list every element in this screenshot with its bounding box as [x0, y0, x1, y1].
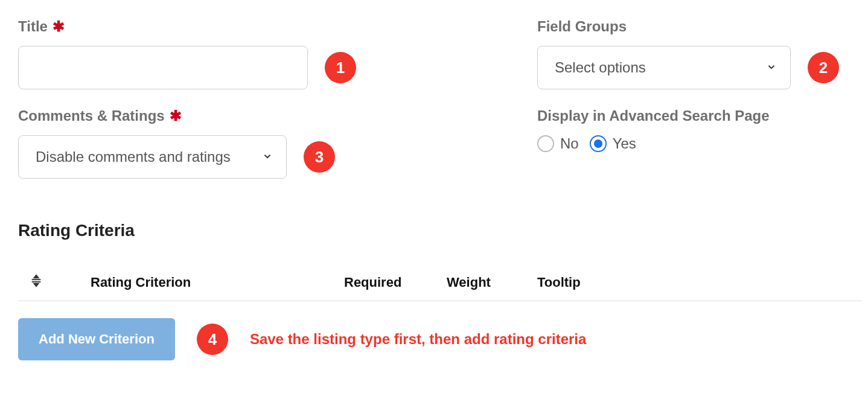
radio-icon	[537, 135, 554, 152]
annotation-badge-4: 4	[197, 324, 228, 355]
title-field-group: Title ✱ 1	[18, 18, 356, 89]
display-search-field-group: Display in Advanced Search Page No Yes	[537, 107, 839, 179]
field-groups-label-text: Field Groups	[537, 18, 627, 35]
display-search-label: Display in Advanced Search Page	[537, 107, 839, 124]
field-groups-field-group: Field Groups Select options 2	[537, 18, 839, 89]
comments-ratings-label: Comments & Ratings ✱	[18, 107, 356, 124]
rating-criteria-table-header: Rating Criterion Required Weight Tooltip	[18, 264, 862, 301]
field-groups-select[interactable]: Select options	[537, 46, 791, 89]
sort-column-header	[18, 274, 54, 291]
field-groups-label: Field Groups	[537, 18, 839, 35]
comments-ratings-field-group: Comments & Ratings ✱ Disable comments an…	[18, 107, 356, 179]
comments-ratings-selected: Disable comments and ratings	[36, 148, 231, 165]
chevron-down-icon	[262, 148, 273, 165]
rating-help-text: Save the listing type first, then add ra…	[250, 331, 586, 348]
display-search-radio-yes[interactable]: Yes	[590, 135, 636, 152]
svg-marker-3	[34, 284, 38, 287]
comments-ratings-select[interactable]: Disable comments and ratings	[18, 135, 287, 179]
annotation-badge-2: 2	[808, 52, 839, 83]
column-header-weight: Weight	[447, 275, 501, 290]
radio-label-no: No	[560, 135, 579, 152]
add-new-criterion-button[interactable]: Add New Criterion	[18, 318, 175, 360]
radio-checked-icon	[590, 135, 607, 152]
sort-icon	[30, 274, 43, 291]
title-input[interactable]	[18, 46, 308, 89]
svg-marker-0	[34, 275, 38, 278]
comments-ratings-label-text: Comments & Ratings	[18, 107, 165, 124]
display-search-label-text: Display in Advanced Search Page	[537, 107, 770, 124]
required-icon: ✱	[53, 19, 65, 34]
title-label: Title ✱	[18, 18, 356, 35]
column-header-required: Required	[344, 275, 410, 290]
display-search-radio-no[interactable]: No	[537, 135, 579, 152]
column-header-tooltip: Tooltip	[537, 275, 598, 290]
required-icon: ✱	[170, 109, 182, 123]
title-label-text: Title	[18, 18, 48, 35]
annotation-badge-3: 3	[304, 141, 335, 173]
annotation-badge-1: 1	[325, 52, 356, 83]
radio-label-yes: Yes	[613, 135, 636, 152]
column-header-criterion: Rating Criterion	[91, 275, 308, 290]
chevron-down-icon	[766, 59, 777, 76]
field-groups-selected: Select options	[555, 59, 646, 76]
rating-criteria-heading: Rating Criteria	[18, 221, 862, 240]
